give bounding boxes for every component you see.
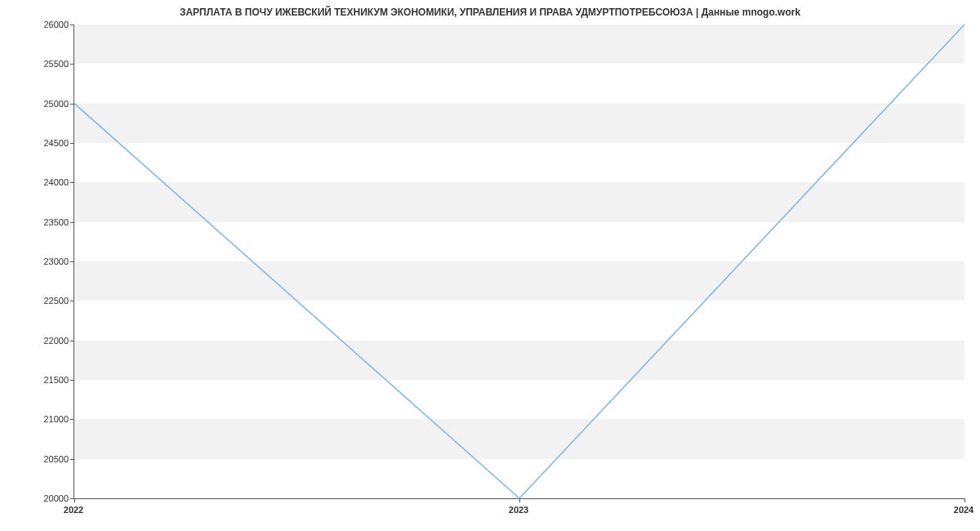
y-tick-label: 25000 [3, 99, 69, 109]
y-tick-label: 21000 [3, 414, 69, 424]
x-tick-label: 2024 [954, 505, 973, 515]
plot-area [74, 25, 964, 499]
y-tick-mark [70, 380, 74, 381]
y-tick-label: 20000 [3, 493, 69, 503]
x-tick-mark [74, 498, 75, 502]
y-tick-mark [70, 301, 74, 301]
x-tick-label: 2023 [509, 505, 528, 515]
chart-title: ЗАРПЛАТА В ПОЧУ ИЖЕВСКИЙ ТЕХНИКУМ ЭКОНОМ… [0, 7, 980, 18]
y-tick-mark [70, 143, 74, 144]
y-tick-label: 21500 [3, 375, 69, 385]
x-tick-mark [519, 498, 520, 502]
series-line [74, 25, 964, 498]
y-tick-label: 22000 [3, 336, 69, 346]
x-tick-mark [964, 498, 965, 502]
y-tick-label: 25500 [3, 59, 69, 69]
y-tick-label: 24500 [3, 138, 69, 148]
y-tick-mark [70, 64, 74, 65]
y-tick-label: 23500 [3, 217, 69, 227]
y-tick-mark [70, 459, 74, 460]
y-tick-label: 24000 [3, 177, 69, 187]
y-tick-label: 22500 [3, 296, 69, 306]
y-tick-mark [70, 419, 74, 420]
line-layer [74, 25, 964, 498]
y-tick-label: 26000 [3, 20, 69, 29]
y-tick-mark [70, 222, 74, 223]
y-tick-label: 23000 [3, 257, 69, 266]
chart-container: ЗАРПЛАТА В ПОЧУ ИЖЕВСКИЙ ТЕХНИКУМ ЭКОНОМ… [0, 0, 980, 531]
y-tick-mark [70, 341, 74, 341]
y-tick-mark [70, 261, 74, 262]
y-tick-mark [70, 25, 74, 25]
y-tick-mark [70, 104, 74, 105]
y-tick-mark [70, 182, 74, 183]
y-tick-label: 20500 [3, 454, 69, 464]
x-tick-label: 2022 [64, 505, 83, 515]
